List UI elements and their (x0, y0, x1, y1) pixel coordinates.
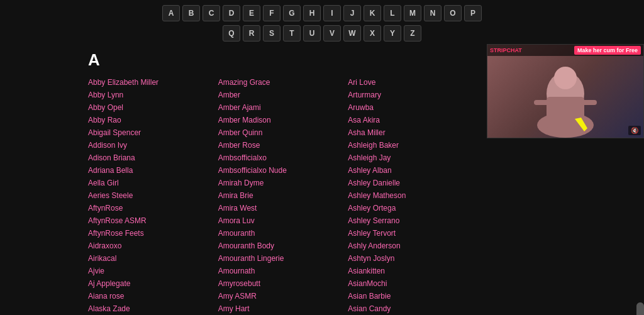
list-item[interactable]: Amber Quinn (218, 126, 348, 139)
list-item[interactable]: Amber Madison (218, 114, 348, 126)
list-item[interactable]: Arturmary (348, 89, 478, 101)
svg-rect-5 (581, 100, 597, 105)
list-item[interactable]: Asha Miller (348, 126, 478, 139)
list-item[interactable]: Abby Elizabeth Miller (88, 76, 218, 89)
alpha-btn-Z[interactable]: Z (404, 25, 421, 41)
list-item[interactable]: Amazing Grace (218, 76, 348, 89)
alpha-btn-M[interactable]: M (404, 5, 421, 21)
list-item[interactable]: Amber Ajami (218, 101, 348, 114)
list-item[interactable]: Aeries Steele (88, 189, 218, 202)
list-item[interactable]: Amber Rose (218, 139, 348, 152)
list-item[interactable]: Alaska Zade (88, 302, 218, 315)
names-section: A Abby Elizabeth MillerAmazing GraceAri … (88, 50, 478, 315)
list-item[interactable]: Ashley Serrano (348, 214, 478, 227)
list-item[interactable]: Abby Opel (88, 101, 218, 114)
list-item[interactable]: Ashleigh Baker (348, 139, 478, 152)
alphabet-nav: ABCDEFGHIJKLMNOP QRSTUVWXYZ (0, 0, 644, 44)
alpha-btn-C[interactable]: C (203, 5, 220, 21)
list-item[interactable]: Addison Ivy (88, 139, 218, 152)
list-item[interactable]: Ashley Danielle (348, 177, 478, 189)
alpha-btn-F[interactable]: F (263, 5, 280, 21)
list-item[interactable]: Ajvie (88, 265, 218, 277)
alpha-btn-J[interactable]: J (343, 5, 361, 21)
list-item[interactable]: Abby Rao (88, 114, 218, 126)
list-item[interactable]: Aella Girl (88, 177, 218, 189)
list-item[interactable]: Aiana rose (88, 290, 218, 302)
list-item[interactable]: Asian Barbie (348, 290, 478, 302)
list-item[interactable]: AftynRose (88, 202, 218, 214)
list-item[interactable]: Amouranth Body (218, 240, 348, 252)
list-item[interactable]: Ashley Matheson (348, 189, 478, 202)
alpha-btn-L[interactable]: L (384, 5, 401, 21)
list-item[interactable]: Amyrosebutt (218, 277, 348, 290)
alpha-btn-U[interactable]: U (303, 25, 321, 41)
alpha-btn-B[interactable]: B (182, 5, 200, 21)
ad-cta[interactable]: Make her cum for Free (574, 46, 641, 55)
list-item[interactable]: Abby Lynn (88, 89, 218, 101)
alpha-btn-T[interactable]: T (283, 25, 301, 41)
list-item[interactable]: Ashleigh Jay (348, 152, 478, 164)
list-item[interactable]: Ambsofficialxo (218, 152, 348, 164)
list-item[interactable]: Ashley Alban (348, 164, 478, 177)
alpha-btn-A[interactable]: A (162, 5, 180, 21)
alpha-btn-W[interactable]: W (343, 25, 361, 41)
ad-figure (509, 62, 622, 138)
alpha-btn-H[interactable]: H (303, 5, 321, 21)
alpha-btn-R[interactable]: R (243, 25, 260, 41)
list-item[interactable]: Asa Akira (348, 114, 478, 126)
alpha-btn-S[interactable]: S (263, 25, 280, 41)
alpha-btn-V[interactable]: V (323, 25, 341, 41)
list-item[interactable]: Ashley Tervort (348, 227, 478, 240)
list-item[interactable]: Asiankitten (348, 265, 478, 277)
ad-mute-icon[interactable]: 🔇 (628, 126, 641, 135)
alphabet-row-2: QRSTUVWXYZ (223, 25, 421, 41)
list-item[interactable]: Airikacal (88, 252, 218, 265)
list-item[interactable]: Ashley Ortega (348, 202, 478, 214)
alpha-btn-G[interactable]: G (283, 5, 301, 21)
list-item[interactable]: Amouranth Lingerie (218, 252, 348, 265)
ad-top-bar: STRIPCHAT Make her cum for Free (487, 45, 643, 56)
svg-point-2 (554, 67, 577, 89)
main-content: A Abby Elizabeth MillerAmazing GraceAri … (0, 50, 644, 315)
alpha-btn-O[interactable]: O (444, 5, 462, 21)
alphabet-row-1: ABCDEFGHIJKLMNOP (162, 5, 482, 21)
list-item[interactable]: Amirah Dyme (218, 177, 348, 189)
list-item[interactable]: Aruwba (348, 101, 478, 114)
section-letter: A (88, 50, 478, 70)
list-item[interactable]: Aj Applegate (88, 277, 218, 290)
alpha-btn-Y[interactable]: Y (384, 25, 401, 41)
ad-inner: STRIPCHAT Make her cum for Free 🔇 (487, 45, 643, 138)
ad-widget[interactable]: STRIPCHAT Make her cum for Free 🔇 (487, 44, 644, 138)
list-item[interactable]: Adriana Bella (88, 164, 218, 177)
svg-rect-4 (534, 100, 550, 105)
list-item[interactable]: Aidraxoxo (88, 240, 218, 252)
list-item[interactable]: Ari Love (348, 76, 478, 89)
list-item[interactable]: Ashly Anderson (348, 240, 478, 252)
alpha-btn-N[interactable]: N (424, 5, 441, 21)
alpha-btn-P[interactable]: P (464, 5, 482, 21)
list-item[interactable]: Adison Briana (88, 152, 218, 164)
list-item[interactable]: Amora Luv (218, 214, 348, 227)
list-item[interactable]: Amournath (218, 265, 348, 277)
list-item[interactable]: Amira Brie (218, 189, 348, 202)
list-item[interactable]: Amber (218, 89, 348, 101)
list-item[interactable]: Amira West (218, 202, 348, 214)
list-item[interactable]: AftynRose ASMR (88, 214, 218, 227)
list-item[interactable]: Amouranth (218, 227, 348, 240)
alpha-btn-E[interactable]: E (243, 5, 260, 21)
alpha-btn-D[interactable]: D (223, 5, 240, 21)
alpha-btn-X[interactable]: X (364, 25, 381, 41)
list-item[interactable]: Amy ASMR (218, 290, 348, 302)
list-item[interactable]: AftynRose Feets (88, 227, 218, 240)
list-item[interactable]: Amy Hart (218, 302, 348, 315)
names-grid: Abby Elizabeth MillerAmazing GraceAri Lo… (88, 76, 478, 315)
alpha-btn-Q[interactable]: Q (223, 25, 240, 41)
list-item[interactable]: Asian Candy (348, 302, 478, 315)
alpha-btn-I[interactable]: I (323, 5, 341, 21)
list-item[interactable]: Abigail Spencer (88, 126, 218, 139)
ad-logo: STRIPCHAT (490, 47, 522, 53)
list-item[interactable]: Ambsofficialxo Nude (218, 164, 348, 177)
list-item[interactable]: AsianMochi (348, 277, 478, 290)
list-item[interactable]: Ashtyn Joslyn (348, 252, 478, 265)
alpha-btn-K[interactable]: K (364, 5, 381, 21)
